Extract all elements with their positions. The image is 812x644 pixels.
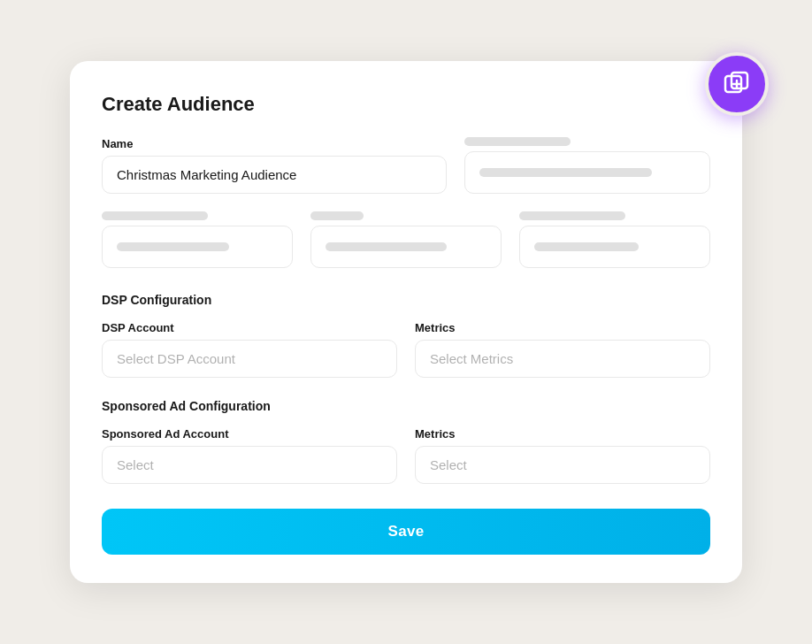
- dsp-section-label: DSP Configuration: [102, 293, 710, 307]
- name-input[interactable]: [102, 156, 447, 194]
- fab-button[interactable]: [705, 52, 769, 116]
- skeleton-label-1: [464, 137, 571, 146]
- skeleton-col-1: [102, 211, 293, 268]
- dsp-metrics-input[interactable]: [415, 340, 710, 378]
- sponsored-account-input[interactable]: [102, 446, 397, 484]
- dsp-account-field-group: DSP Account: [102, 321, 397, 378]
- skeleton-label-2: [102, 211, 208, 220]
- fab-icon: [722, 69, 752, 99]
- dsp-metrics-label: Metrics: [415, 321, 710, 334]
- skeleton-label-3: [310, 211, 364, 220]
- dsp-metrics-field-group: Metrics: [415, 321, 710, 378]
- skeleton-col-3: [519, 211, 710, 268]
- dsp-two-col: DSP Account Metrics: [102, 321, 710, 378]
- modal: Create Audience Name: [70, 61, 742, 583]
- name-label: Name: [102, 137, 447, 150]
- page-wrapper: Create Audience Name: [70, 61, 742, 583]
- dsp-section: DSP Configuration DSP Account Metrics: [102, 293, 710, 378]
- skeleton-line-1: [479, 168, 652, 177]
- skeleton-line-3: [326, 242, 447, 251]
- skeleton-col-2: [310, 211, 502, 268]
- modal-title: Create Audience: [102, 93, 710, 116]
- sponsored-account-label: Sponsored Ad Account: [102, 427, 397, 441]
- sponsored-section: Sponsored Ad Configuration Sponsored Ad …: [102, 399, 710, 484]
- sponsored-section-label: Sponsored Ad Configuration: [102, 399, 710, 413]
- sponsored-metrics-input[interactable]: [415, 446, 710, 484]
- save-button[interactable]: Save: [102, 509, 710, 555]
- sponsored-two-col: Sponsored Ad Account Metrics: [102, 427, 710, 484]
- svg-rect-1: [732, 73, 747, 88]
- three-col-row: [102, 211, 710, 268]
- skeleton-input-2: [102, 226, 293, 268]
- skeleton-input-4: [519, 226, 710, 268]
- sponsored-metrics-field-group: Metrics: [415, 427, 710, 484]
- skeleton-input-3: [310, 226, 502, 268]
- sponsored-metrics-label: Metrics: [415, 427, 710, 441]
- skeleton-input-1: [464, 151, 710, 194]
- name-field-group: Name: [102, 137, 447, 194]
- skeleton-label-4: [519, 211, 625, 220]
- skeleton-field-top: [464, 137, 710, 194]
- dsp-account-label: DSP Account: [102, 321, 397, 334]
- top-row: Name: [102, 137, 710, 194]
- skeleton-line-2: [117, 242, 229, 251]
- dsp-account-input[interactable]: [102, 340, 397, 378]
- sponsored-account-field-group: Sponsored Ad Account: [102, 427, 397, 484]
- skeleton-line-4: [534, 242, 639, 251]
